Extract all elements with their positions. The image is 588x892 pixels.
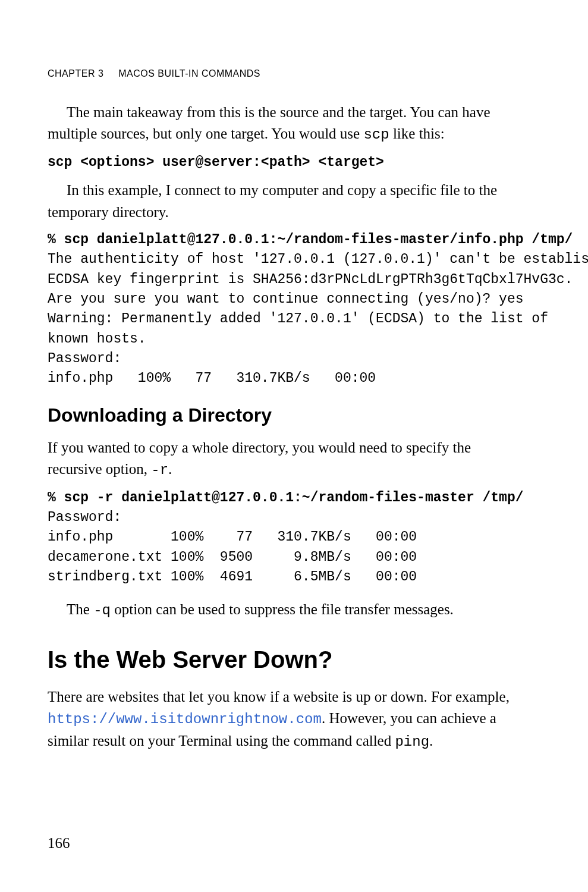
- command-line: % scp danielplatt@127.0.0.1:~/random-fil…: [48, 232, 573, 247]
- chapter-title: MACOS BUILT-IN COMMANDS: [118, 68, 260, 78]
- command-output: The authenticity of host '127.0.0.1 (127…: [48, 252, 588, 386]
- command-output: Password: info.php 100% 77 310.7KB/s 00:…: [48, 510, 417, 585]
- text: option can be used to suppress the file …: [111, 601, 454, 617]
- inline-code: -r: [151, 462, 168, 478]
- command-line: % scp -r danielplatt@127.0.0.1:~/random-…: [48, 490, 524, 505]
- code-block-scp-dir: % scp -r danielplatt@127.0.0.1:~/random-…: [48, 488, 529, 588]
- external-link[interactable]: https://www.isitdownrightnow.com: [48, 711, 322, 727]
- inline-code: scp: [363, 127, 389, 143]
- paragraph-example: In this example, I connect to my compute…: [48, 180, 529, 223]
- paragraph-q-option: The -q option can be used to suppress th…: [48, 599, 529, 621]
- running-head: CHAPTER 3 MACOS BUILT-IN COMMANDS: [48, 68, 529, 79]
- heading-downloading-directory: Downloading a Directory: [48, 404, 529, 426]
- text: like this:: [389, 125, 445, 142]
- text: .: [429, 733, 433, 749]
- paragraph-ping: There are websites that let you know if …: [48, 686, 529, 753]
- text: .: [168, 461, 172, 477]
- inline-code: ping: [395, 734, 429, 750]
- paragraph-recursive: If you wanted to copy a whole directory,…: [48, 437, 529, 481]
- text: If you wanted to copy a whole directory,…: [48, 439, 471, 477]
- chapter-label: CHAPTER 3: [48, 68, 103, 78]
- text: The: [67, 601, 93, 617]
- page: CHAPTER 3 MACOS BUILT-IN COMMANDS The ma…: [0, 0, 588, 892]
- page-number: 166: [48, 835, 70, 852]
- paragraph-intro: The main takeaway from this is the sourc…: [48, 102, 529, 146]
- code-block-scp-file: % scp danielplatt@127.0.0.1:~/random-fil…: [48, 230, 529, 389]
- inline-code: -q: [93, 602, 111, 618]
- text: There are websites that let you know if …: [48, 689, 510, 705]
- code-syntax: scp <options> user@server:<path> <target…: [48, 153, 529, 172]
- heading-web-server-down: Is the Web Server Down?: [48, 646, 529, 673]
